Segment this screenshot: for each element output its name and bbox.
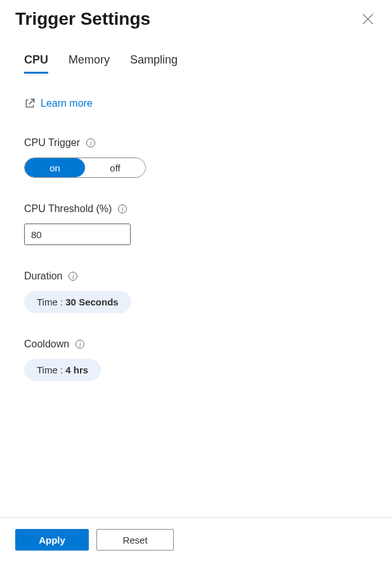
- reset-button[interactable]: Reset: [96, 529, 174, 551]
- page-title: Trigger Settings: [15, 9, 150, 29]
- tab-sampling[interactable]: Sampling: [130, 53, 178, 74]
- cpu-trigger-label: CPU Trigger: [24, 137, 80, 149]
- close-icon: [362, 13, 374, 25]
- tabs: CPU Memory Sampling: [24, 53, 377, 74]
- info-icon[interactable]: i: [69, 272, 77, 281]
- info-icon[interactable]: i: [75, 340, 84, 349]
- info-icon[interactable]: i: [86, 138, 95, 147]
- cooldown-pill[interactable]: Time : 4 hrs: [24, 359, 101, 381]
- cooldown-label: Cooldown: [24, 338, 69, 350]
- cooldown-value: 4 hrs: [65, 365, 88, 375]
- duration-pill-prefix: Time :: [37, 297, 65, 307]
- duration-pill[interactable]: Time : 30 Seconds: [24, 291, 131, 313]
- learn-more-link[interactable]: Learn more: [24, 98, 377, 109]
- cpu-threshold-label: CPU Threshold (%): [24, 203, 112, 215]
- cpu-trigger-toggle[interactable]: on off: [24, 157, 146, 178]
- tab-memory[interactable]: Memory: [69, 53, 110, 74]
- external-link-icon: [24, 98, 36, 109]
- learn-more-label: Learn more: [41, 98, 93, 109]
- svg-line-2: [29, 99, 34, 104]
- info-icon[interactable]: i: [118, 204, 127, 213]
- duration-value: 30 Seconds: [65, 297, 118, 307]
- toggle-off[interactable]: off: [85, 158, 145, 177]
- tab-cpu[interactable]: CPU: [24, 53, 48, 74]
- close-button[interactable]: [359, 10, 377, 28]
- duration-label: Duration: [24, 271, 62, 282]
- cooldown-pill-prefix: Time :: [37, 365, 65, 375]
- toggle-on[interactable]: on: [25, 158, 85, 177]
- cpu-threshold-input[interactable]: [24, 224, 131, 245]
- apply-button[interactable]: Apply: [15, 529, 89, 551]
